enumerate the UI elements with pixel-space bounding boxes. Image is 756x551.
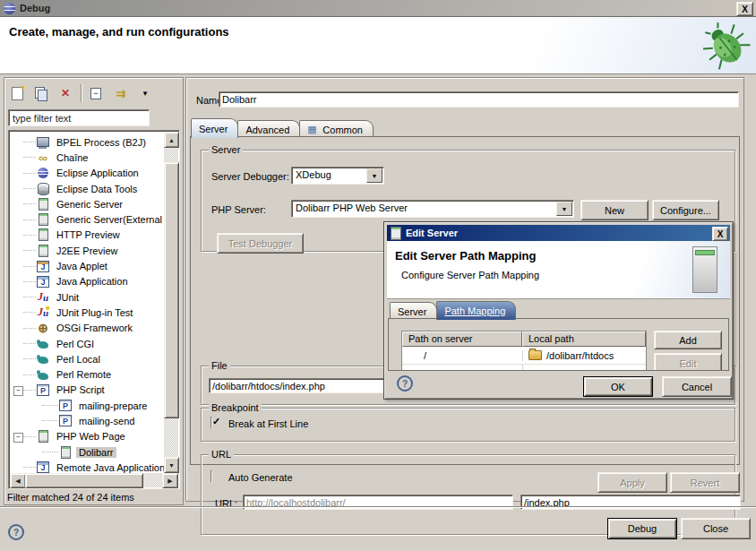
tree-item-java-applet[interactable]: Java Applet [10,258,164,273]
tree-item-dolibarr[interactable]: Dolibarr [10,444,164,460]
revert-button[interactable]: Revert [670,472,740,493]
collapse-all-icon [90,86,104,100]
column-header[interactable]: Path on server [402,331,522,347]
cancel-button[interactable]: Cancel [662,376,732,397]
tab-path-mapping[interactable]: Path Mapping [436,301,516,320]
column-header[interactable]: Local path [522,331,646,347]
tree-item-label: Generic Server [54,199,125,210]
tab-server[interactable]: Server [390,302,437,320]
tree-connector [23,358,36,359]
filter-button[interactable] [112,84,130,102]
tree-item-php-script[interactable]: −PHP Script [10,383,164,398]
tree-item-cha-ne[interactable]: Chaîne [10,150,164,165]
tree-item-label: HTTP Preview [54,229,123,240]
filter-input[interactable] [11,111,147,125]
perl-icon [36,368,50,381]
tree-item-java-application[interactable]: Java Application [10,274,164,289]
break-first-line-checkbox[interactable] [210,417,212,429]
horizontal-scroll-thumb[interactable] [25,473,143,488]
dialog-help-icon[interactable]: ? [397,375,413,392]
tree-item-label: Remote Java Application [54,462,164,473]
tree-item-http-preview[interactable]: HTTP Preview [10,228,164,243]
close-button[interactable]: Close [681,518,751,539]
edit-server-heading: Edit Server Path Mapping [395,249,536,263]
tree-item-j2ee-preview[interactable]: J2EE Preview [10,243,164,258]
window-close-button[interactable]: X [736,2,753,16]
server-icon [58,446,73,459]
tree-item-generic-server[interactable]: Generic Server [10,196,164,211]
tree-item-label: Perl Local [54,354,103,365]
tree-item-perl-cgi[interactable]: Perl CGI [10,336,164,351]
edit-server-close-button[interactable]: X [712,227,728,241]
tab-advanced[interactable]: Advanced [237,120,300,138]
tree-vertical-scrollbar[interactable]: ▲ ▼ [164,132,178,473]
name-input[interactable] [219,91,739,108]
tree-item-label: J2EE Preview [54,245,120,256]
help-icon[interactable]: ? [8,524,24,540]
table-row[interactable]: //dolibarr/htdocs [402,347,646,365]
tree-connector [23,297,36,297]
tree-connector [42,452,58,452]
collapse-expander-icon[interactable]: − [13,386,23,396]
scroll-up-icon[interactable]: ▲ [164,132,179,148]
edit-mapping-button[interactable]: Edit [654,353,722,371]
junit-plugin-icon [36,306,50,319]
scroll-down-icon[interactable]: ▼ [164,457,179,473]
new-server-button[interactable]: New [580,200,649,220]
tree-item-mailing-prepare[interactable]: mailing-prepare [10,398,164,413]
auto-generate-checkbox[interactable] [210,470,212,483]
test-debugger-button[interactable]: Test Debugger [217,233,304,254]
configure-button[interactable]: Configure... [652,200,719,220]
tree-item-perl-remote[interactable]: Perl Remote [10,366,164,382]
tab-common[interactable]: ▦Common [299,120,374,138]
tree-item-perl-local[interactable]: Perl Local [10,351,164,366]
tree-item-generic-server-external-la[interactable]: Generic Server(External La [10,211,164,227]
chain-icon [36,151,50,164]
tree-item-label: PHP Web Page [54,431,128,442]
scroll-left-icon[interactable]: ◀ [10,473,26,488]
tree-item-eclipse-application[interactable]: Eclipse Application [10,166,164,181]
menu-caret-button[interactable] [136,84,154,102]
ok-button[interactable]: OK [583,376,653,397]
tree-item-bpel-process-b2j-[interactable]: BPEL Process (B2J) [10,134,164,150]
new-config-button[interactable] [8,84,26,102]
filter-icon [114,86,128,100]
tree-item-osgi-framework[interactable]: OSGi Framework [10,321,164,336]
vertical-scroll-thumb[interactable] [164,162,179,418]
tree-item-php-web-page[interactable]: −PHP Web Page [10,429,164,444]
tree-item-label: Perl Remote [54,369,114,380]
php-server-select[interactable]: Dolibarr PHP Web Server [291,200,574,218]
tree-horizontal-scrollbar[interactable]: ◀ ▶ [10,473,178,487]
duplicate-icon [34,86,48,100]
delete-button[interactable] [56,84,74,102]
tree-item-mailing-send[interactable]: mailing-send [10,413,164,428]
server-debugger-select[interactable]: XDebug [291,167,384,185]
chevron-down-icon[interactable] [366,168,382,183]
duplicate-button[interactable] [32,84,50,102]
path-mapping-content: Path on serverLocal path//dolibarr/htdoc… [388,318,729,371]
tree-connector [23,312,36,313]
chevron-down-icon[interactable] [556,202,572,216]
tree-connector [23,173,36,174]
debug-button[interactable]: Debug [607,518,677,539]
scroll-right-icon[interactable]: ▶ [162,473,178,488]
tree-item-label: mailing-prepare [76,400,150,411]
tree-item-remote-java-application[interactable]: Remote Java Application [10,460,164,473]
tree-connector [23,235,36,236]
server-icon [36,198,50,211]
tree-item-junit[interactable]: JUnit [10,289,164,305]
tree-item-eclipse-data-tools[interactable]: Eclipse Data Tools [10,181,164,196]
collapse-expander-icon[interactable]: − [13,433,23,443]
server-icon [391,227,401,240]
tree-item-label: Perl CGI [54,339,97,349]
path-on-server-cell: / [402,350,522,361]
new-config-icon [10,86,24,100]
tab-server[interactable]: Server [191,118,238,138]
toolbar-separator [81,84,82,102]
tree-item-junit-plug-in-test[interactable]: JUnit Plug-in Test [10,305,164,320]
tab-label: Path Mapping [444,306,505,316]
apply-button[interactable]: Apply [597,472,667,493]
collapse-all-button[interactable] [88,84,106,102]
server-icon [36,430,50,443]
add-mapping-button[interactable]: Add [654,331,722,349]
